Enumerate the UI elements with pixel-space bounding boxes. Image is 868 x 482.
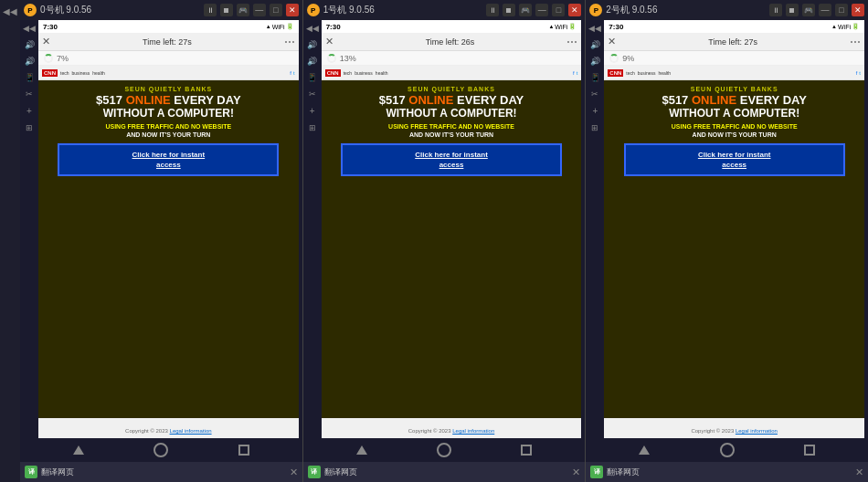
side-prev-icon-0[interactable]: ◀◀	[23, 24, 36, 33]
nav-apps-icon-2[interactable]	[804, 445, 815, 456]
loading-percent-0: 7%	[57, 54, 69, 63]
translate-close-btn-1[interactable]: ✕	[572, 466, 580, 478]
side-phone-icon-2[interactable]: 📱	[590, 73, 600, 82]
browser-toolbar-2: ✕ Time left: 27s ⋯	[604, 33, 864, 51]
stop-btn-0[interactable]: ⏹	[220, 4, 233, 16]
side-prev-icon-1[interactable]: ◀◀	[306, 24, 319, 33]
status-battery-icon-1: 🔋	[568, 23, 577, 30]
ad-sub2-0: AND NOW IT'S YOUR TURN	[126, 131, 210, 138]
side-scissors-icon-1[interactable]: ✂	[309, 89, 316, 99]
phone-screen-0: ◀◀ 🔊 🔊 📱 ✂ + ⊞ 7:30 ▲ WiFi 🔋	[20, 20, 302, 438]
maximize-btn-1[interactable]: □	[552, 4, 565, 16]
translate-close-btn-2[interactable]: ✕	[855, 466, 863, 478]
side-prev-icon-2[interactable]: ◀◀	[588, 24, 601, 33]
browser-timer-0: Time left: 27s	[53, 37, 281, 47]
status-time-1: 7:30	[326, 23, 341, 31]
side-scissors-icon-0[interactable]: ✂	[26, 89, 33, 99]
side-grid-icon-2[interactable]: ⊞	[591, 123, 598, 132]
close-btn-1[interactable]: ✕	[568, 4, 581, 16]
side-phone-icon-0[interactable]: 📱	[25, 73, 35, 82]
minimize-btn-1[interactable]: —	[535, 4, 548, 16]
side-phone-icon-1[interactable]: 📱	[307, 73, 317, 82]
side-volume2-icon-2[interactable]: 🔊	[590, 57, 600, 66]
side-volume2-icon-0[interactable]: 🔊	[25, 57, 35, 66]
close-btn-2[interactable]: ✕	[852, 4, 864, 16]
status-battery-icon-2: 🔋	[852, 23, 860, 30]
side-volume-icon-1[interactable]: 🔊	[307, 40, 317, 49]
phone-display-0: 7:30 ▲ WiFi 🔋 ✕ Time left: 27s ⋯ 7	[38, 20, 299, 438]
title-icon-2: P	[589, 4, 602, 16]
nav-apps-icon-1[interactable]	[521, 445, 532, 456]
side-controls-right-1	[581, 20, 585, 438]
nav-home-icon-0[interactable]	[153, 443, 168, 457]
side-add-icon-2[interactable]: +	[592, 106, 598, 116]
side-volume-icon-2[interactable]: 🔊	[590, 40, 600, 49]
browser-close-btn-2[interactable]: ✕	[608, 37, 616, 47]
footer-link-1[interactable]: Legal information	[452, 428, 494, 434]
phone-bottom-nav-2	[586, 438, 868, 462]
side-controls-right-2	[864, 20, 868, 438]
gamepad-btn-2[interactable]: 🎮	[802, 4, 815, 16]
ad-headline-0: $517 ONLINE EVERY DAY	[96, 94, 241, 107]
status-carrier-2: ▲	[831, 24, 837, 29]
status-wifi-icon-1: WiFi	[555, 24, 567, 30]
nav-back-icon-0[interactable]	[73, 445, 84, 455]
side-grid-icon-0[interactable]: ⊞	[26, 123, 33, 132]
cnn-nav-tech-0: tech	[60, 70, 69, 76]
stop-btn-1[interactable]: ⏹	[503, 4, 515, 16]
translation-bar-1: 译 翻译网页 ✕	[303, 462, 586, 482]
browser-more-btn-2[interactable]: ⋯	[850, 36, 861, 48]
minimize-btn-2[interactable]: —	[819, 4, 831, 16]
maximize-btn-0[interactable]: □	[270, 4, 282, 16]
cta-button-2[interactable]: Click here for instantaccess	[624, 143, 845, 176]
gamepad-btn-0[interactable]: 🎮	[237, 4, 249, 16]
nav-home-icon-2[interactable]	[720, 443, 735, 457]
translate-close-btn-0[interactable]: ✕	[290, 466, 298, 478]
side-grid-icon-1[interactable]: ⊞	[309, 123, 316, 132]
ad-author-1: SEUN QUIETLY BANKS	[408, 86, 495, 92]
loading-percent-2: 9%	[622, 54, 634, 63]
status-carrier-0: ▲	[266, 24, 271, 29]
side-add-icon-0[interactable]: +	[26, 106, 32, 116]
title-bar-1: P 1号机 9.0.56 ⏸ ⏹ 🎮 — □ ✕	[303, 0, 586, 20]
nav-home-icon-1[interactable]	[437, 443, 451, 457]
side-volume2-icon-1[interactable]: 🔊	[307, 57, 317, 66]
browser-close-btn-1[interactable]: ✕	[325, 37, 333, 47]
pause-btn-0[interactable]: ⏸	[204, 4, 217, 16]
ad-footer-2: Copyright © 2023 Legal information	[604, 418, 864, 438]
side-controls-right-0	[299, 20, 302, 438]
translate-text-0: 翻译网页	[41, 466, 286, 478]
cta-button-0[interactable]: Click here for instantaccess	[58, 143, 279, 176]
gamepad-btn-1[interactable]: 🎮	[519, 4, 532, 16]
cta-button-1[interactable]: Click here for instantaccess	[341, 143, 562, 176]
phone-panel-2: P 2号机 9.0.56 ⏸ ⏹ 🎮 — □ ✕ ◀◀ 🔊 🔊 📱 ✂ + ⊞	[586, 0, 868, 482]
pause-btn-2[interactable]: ⏸	[769, 4, 782, 16]
footer-link-0[interactable]: Legal information	[170, 428, 212, 434]
minimize-btn-0[interactable]: —	[253, 4, 266, 16]
loading-bar-1: 13%	[322, 51, 582, 66]
maximize-btn-2[interactable]: □	[835, 4, 848, 16]
cnn-logo-1: CNN	[325, 69, 341, 77]
stop-btn-2[interactable]: ⏹	[786, 4, 799, 16]
phone-bottom-nav-0	[20, 438, 302, 462]
global-sidebar: ◀◀	[0, 0, 20, 482]
pause-btn-1[interactable]: ⏸	[486, 4, 499, 16]
nav-back-icon-2[interactable]	[639, 445, 650, 455]
ad-sub1-0: USING FREE TRAFFIC AND NO WEBSITE	[105, 122, 231, 131]
side-scissors-icon-2[interactable]: ✂	[591, 89, 598, 99]
side-volume-icon-0[interactable]: 🔊	[25, 40, 35, 49]
ad-headline-2: $517 ONLINE EVERY DAY	[662, 94, 807, 107]
close-btn-0[interactable]: ✕	[286, 4, 299, 16]
ad-content-0: SEUN QUIETLY BANKS $517 ONLINE EVERY DAY…	[38, 80, 299, 418]
footer-link-2[interactable]: Legal information	[736, 428, 778, 434]
browser-close-btn-0[interactable]: ✕	[42, 37, 50, 47]
side-add-icon-1[interactable]: +	[310, 106, 315, 116]
ad-content-2: SEUN QUIETLY BANKS $517 ONLINE EVERY DAY…	[604, 80, 864, 418]
nav-back-icon-1[interactable]	[356, 445, 367, 455]
browser-more-btn-0[interactable]: ⋯	[284, 36, 295, 48]
nav-apps-icon-0[interactable]	[238, 445, 249, 456]
sidebar-icon-1[interactable]: ◀◀	[3, 4, 17, 18]
status-bar-0: 7:30 ▲ WiFi 🔋	[38, 20, 299, 33]
browser-more-btn-1[interactable]: ⋯	[566, 36, 577, 48]
translation-bar-0: 译 翻译网页 ✕	[20, 462, 302, 482]
